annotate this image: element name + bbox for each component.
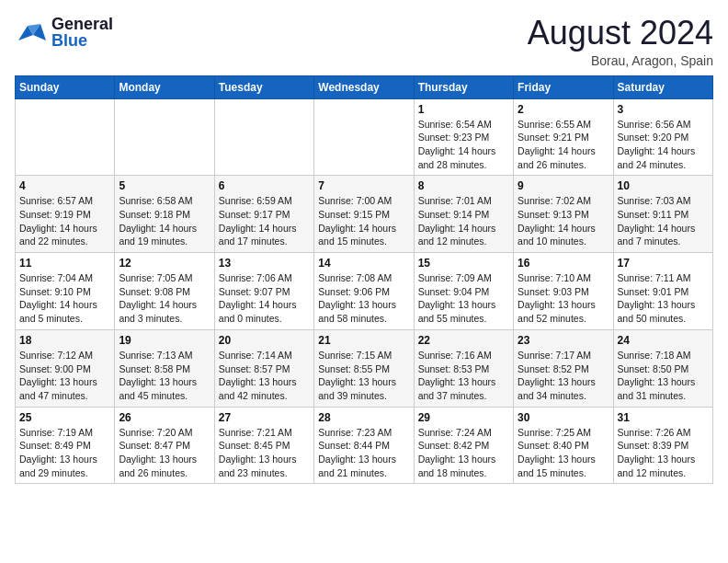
day-info: Sunrise: 6:58 AM Sunset: 9:18 PM Dayligh… xyxy=(119,194,210,248)
day-info: Sunrise: 6:57 AM Sunset: 9:19 PM Dayligh… xyxy=(19,194,110,248)
logo-name: General Blue xyxy=(51,16,113,49)
day-number: 24 xyxy=(618,334,709,347)
day-info: Sunrise: 7:00 AM Sunset: 9:15 PM Dayligh… xyxy=(318,194,409,248)
calendar-week-2: 4Sunrise: 6:57 AM Sunset: 9:19 PM Daylig… xyxy=(16,176,713,253)
day-number: 21 xyxy=(318,334,409,347)
calendar-cell: 12Sunrise: 7:05 AM Sunset: 9:08 PM Dayli… xyxy=(115,253,214,330)
day-info: Sunrise: 7:05 AM Sunset: 9:08 PM Dayligh… xyxy=(119,271,210,326)
calendar-cell: 21Sunrise: 7:15 AM Sunset: 8:55 PM Dayli… xyxy=(314,329,414,407)
weekday-header-row: SundayMondayTuesdayWednesdayThursdayFrid… xyxy=(16,75,713,98)
day-number: 22 xyxy=(418,334,509,347)
day-info: Sunrise: 7:19 AM Sunset: 8:49 PM Dayligh… xyxy=(19,426,110,480)
day-info: Sunrise: 7:04 AM Sunset: 9:10 PM Dayligh… xyxy=(19,271,110,326)
logo-general-text: General xyxy=(51,16,113,32)
day-number: 13 xyxy=(219,257,310,270)
day-info: Sunrise: 6:56 AM Sunset: 9:20 PM Dayligh… xyxy=(618,118,709,172)
calendar-week-4: 18Sunrise: 7:12 AM Sunset: 9:00 PM Dayli… xyxy=(16,329,713,407)
day-info: Sunrise: 7:18 AM Sunset: 8:50 PM Dayligh… xyxy=(618,349,709,403)
day-number: 20 xyxy=(219,334,310,347)
day-info: Sunrise: 7:09 AM Sunset: 9:04 PM Dayligh… xyxy=(418,271,509,326)
day-number: 2 xyxy=(518,103,609,116)
calendar-week-3: 11Sunrise: 7:04 AM Sunset: 9:10 PM Dayli… xyxy=(16,253,713,330)
calendar-body: 1Sunrise: 6:54 AM Sunset: 9:23 PM Daylig… xyxy=(16,98,713,484)
calendar-header: SundayMondayTuesdayWednesdayThursdayFrid… xyxy=(16,75,713,98)
day-number: 9 xyxy=(518,179,609,192)
day-number: 17 xyxy=(618,257,709,270)
calendar-cell: 14Sunrise: 7:08 AM Sunset: 9:06 PM Dayli… xyxy=(314,253,414,330)
calendar-cell: 8Sunrise: 7:01 AM Sunset: 9:14 PM Daylig… xyxy=(414,176,513,253)
day-info: Sunrise: 6:54 AM Sunset: 9:23 PM Dayligh… xyxy=(418,118,509,172)
calendar-cell: 22Sunrise: 7:16 AM Sunset: 8:53 PM Dayli… xyxy=(414,329,513,407)
title-block: August 2024 Borau, Aragon, Spain xyxy=(528,15,713,68)
calendar-title: August 2024 xyxy=(528,15,713,52)
day-number: 11 xyxy=(19,257,110,270)
calendar-cell: 13Sunrise: 7:06 AM Sunset: 9:07 PM Dayli… xyxy=(214,253,313,330)
weekday-header-saturday: Saturday xyxy=(613,75,712,98)
day-number: 4 xyxy=(19,179,110,192)
calendar-cell: 31Sunrise: 7:26 AM Sunset: 8:39 PM Dayli… xyxy=(613,407,712,484)
calendar-cell: 3Sunrise: 6:56 AM Sunset: 9:20 PM Daylig… xyxy=(613,98,712,176)
day-info: Sunrise: 7:10 AM Sunset: 9:03 PM Dayligh… xyxy=(518,271,609,326)
day-info: Sunrise: 7:02 AM Sunset: 9:13 PM Dayligh… xyxy=(518,194,609,248)
day-number: 12 xyxy=(119,257,210,270)
day-number: 23 xyxy=(518,334,609,347)
day-number: 8 xyxy=(418,179,509,192)
calendar-cell xyxy=(214,98,313,176)
calendar-cell: 27Sunrise: 7:21 AM Sunset: 8:45 PM Dayli… xyxy=(214,407,313,484)
day-number: 3 xyxy=(618,103,709,116)
calendar-cell: 19Sunrise: 7:13 AM Sunset: 8:58 PM Dayli… xyxy=(115,329,214,407)
calendar-cell xyxy=(16,98,115,176)
calendar-week-5: 25Sunrise: 7:19 AM Sunset: 8:49 PM Dayli… xyxy=(16,407,713,484)
weekday-header-monday: Monday xyxy=(115,75,214,98)
calendar-cell: 16Sunrise: 7:10 AM Sunset: 9:03 PM Dayli… xyxy=(514,253,613,330)
calendar-cell: 2Sunrise: 6:55 AM Sunset: 9:21 PM Daylig… xyxy=(514,98,613,176)
calendar-cell: 15Sunrise: 7:09 AM Sunset: 9:04 PM Dayli… xyxy=(414,253,513,330)
day-number: 10 xyxy=(618,179,709,192)
calendar-cell: 23Sunrise: 7:17 AM Sunset: 8:52 PM Dayli… xyxy=(514,329,613,407)
day-info: Sunrise: 7:08 AM Sunset: 9:06 PM Dayligh… xyxy=(318,271,409,326)
logo-blue-text: Blue xyxy=(51,32,113,49)
logo-icon xyxy=(15,15,50,50)
day-info: Sunrise: 7:11 AM Sunset: 9:01 PM Dayligh… xyxy=(618,271,709,326)
day-info: Sunrise: 7:14 AM Sunset: 8:57 PM Dayligh… xyxy=(219,349,310,403)
weekday-header-tuesday: Tuesday xyxy=(214,75,313,98)
day-info: Sunrise: 7:01 AM Sunset: 9:14 PM Dayligh… xyxy=(418,194,509,248)
day-number: 27 xyxy=(219,411,310,424)
day-number: 19 xyxy=(119,334,210,347)
calendar-cell: 9Sunrise: 7:02 AM Sunset: 9:13 PM Daylig… xyxy=(514,176,613,253)
day-number: 16 xyxy=(518,257,609,270)
day-number: 18 xyxy=(19,334,110,347)
calendar-cell: 11Sunrise: 7:04 AM Sunset: 9:10 PM Dayli… xyxy=(16,253,115,330)
day-info: Sunrise: 7:03 AM Sunset: 9:11 PM Dayligh… xyxy=(618,194,709,248)
calendar-table: SundayMondayTuesdayWednesdayThursdayFrid… xyxy=(15,75,713,485)
day-info: Sunrise: 7:25 AM Sunset: 8:40 PM Dayligh… xyxy=(518,426,609,480)
day-info: Sunrise: 7:21 AM Sunset: 8:45 PM Dayligh… xyxy=(219,426,310,480)
day-info: Sunrise: 6:55 AM Sunset: 9:21 PM Dayligh… xyxy=(518,118,609,172)
calendar-cell: 26Sunrise: 7:20 AM Sunset: 8:47 PM Dayli… xyxy=(115,407,214,484)
day-info: Sunrise: 6:59 AM Sunset: 9:17 PM Dayligh… xyxy=(219,194,310,248)
calendar-cell: 1Sunrise: 6:54 AM Sunset: 9:23 PM Daylig… xyxy=(414,98,513,176)
day-info: Sunrise: 7:26 AM Sunset: 8:39 PM Dayligh… xyxy=(618,426,709,480)
calendar-cell: 5Sunrise: 6:58 AM Sunset: 9:18 PM Daylig… xyxy=(115,176,214,253)
day-number: 28 xyxy=(318,411,409,424)
day-number: 26 xyxy=(119,411,210,424)
day-number: 1 xyxy=(418,103,509,116)
calendar-cell: 30Sunrise: 7:25 AM Sunset: 8:40 PM Dayli… xyxy=(514,407,613,484)
calendar-cell: 28Sunrise: 7:23 AM Sunset: 8:44 PM Dayli… xyxy=(314,407,414,484)
day-info: Sunrise: 7:23 AM Sunset: 8:44 PM Dayligh… xyxy=(318,426,409,480)
calendar-cell: 24Sunrise: 7:18 AM Sunset: 8:50 PM Dayli… xyxy=(613,329,712,407)
day-number: 5 xyxy=(119,179,210,192)
day-info: Sunrise: 7:12 AM Sunset: 9:00 PM Dayligh… xyxy=(19,349,110,403)
calendar-cell: 7Sunrise: 7:00 AM Sunset: 9:15 PM Daylig… xyxy=(314,176,414,253)
day-number: 29 xyxy=(418,411,509,424)
day-number: 31 xyxy=(618,411,709,424)
calendar-subtitle: Borau, Aragon, Spain xyxy=(528,53,713,68)
day-number: 25 xyxy=(19,411,110,424)
day-number: 7 xyxy=(318,179,409,192)
day-info: Sunrise: 7:20 AM Sunset: 8:47 PM Dayligh… xyxy=(119,426,210,480)
calendar-cell: 29Sunrise: 7:24 AM Sunset: 8:42 PM Dayli… xyxy=(414,407,513,484)
calendar-cell: 25Sunrise: 7:19 AM Sunset: 8:49 PM Dayli… xyxy=(16,407,115,484)
day-info: Sunrise: 7:15 AM Sunset: 8:55 PM Dayligh… xyxy=(318,349,409,403)
calendar-cell: 18Sunrise: 7:12 AM Sunset: 9:00 PM Dayli… xyxy=(16,329,115,407)
calendar-cell: 20Sunrise: 7:14 AM Sunset: 8:57 PM Dayli… xyxy=(214,329,313,407)
